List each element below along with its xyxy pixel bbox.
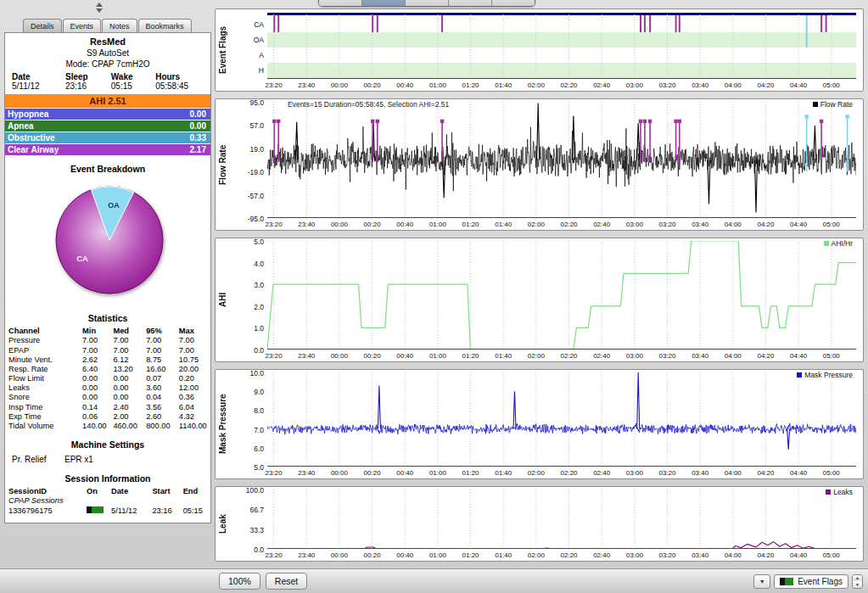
reset-button[interactable]: Reset: [266, 573, 307, 590]
y-tick-label: 19.0: [249, 145, 264, 154]
stats-cell: Snore: [5, 393, 79, 402]
stepper-up-icon[interactable]: ▲: [853, 575, 862, 582]
leak-legend: Leaks: [826, 488, 853, 496]
event-flags-plot[interactable]: 23:2023:4000:0000:2000:4001:0001:2001:40…: [267, 9, 856, 91]
graph-dropdown-button[interactable]: ▼: [753, 574, 770, 589]
event-row-label: CA: [254, 20, 264, 29]
ahi-graph[interactable]: AHI5.04.03.02.01.00.023:2023:4000:0000:2…: [215, 238, 864, 362]
toolbar-segment[interactable]: [362, 0, 406, 6]
leak-plot[interactable]: 23:2023:4000:0000:2000:4001:0001:2001:40…: [267, 487, 856, 561]
index-label: Obstructive: [8, 132, 55, 143]
statistics-title: Statistics: [5, 313, 210, 323]
y-tick-label: 100.0: [246, 486, 264, 495]
stats-row: Resp. Rate6.4013.2016.6020.00: [5, 365, 210, 374]
toolbar-segment[interactable]: [449, 0, 492, 6]
index-bar-clear-airway: Clear Airway2.17: [5, 144, 210, 155]
x-tick-label: 05:00: [823, 81, 840, 89]
x-tick-label: 02:00: [528, 551, 545, 559]
session-header: SessionID: [5, 487, 83, 495]
x-tick-label: 23:20: [266, 551, 283, 559]
session-on-swatch: [87, 506, 104, 513]
x-tick-label: 00:00: [331, 81, 348, 89]
stats-cell: Tidal Volume: [5, 422, 79, 431]
stats-cell: Flow Limit: [5, 374, 79, 383]
x-tick-label: 23:40: [298, 551, 315, 559]
mask-pressure-graph[interactable]: Mask Pressure10.09.08.07.06.05.023:2023:…: [215, 369, 864, 479]
leak-y-axis: 100.066.733.30.0: [230, 487, 267, 561]
x-tick-label: 02:40: [593, 551, 610, 559]
x-tick-label: 03:20: [658, 352, 675, 360]
y-tick-label: 7.0: [254, 426, 264, 434]
splitter-grip[interactable]: [93, 2, 105, 16]
event-row-label: A: [259, 51, 264, 59]
legend-label: Mask Pressure: [804, 371, 853, 379]
legend-label: Flow Rate: [820, 100, 853, 109]
flow-rate-y-axis: 95.057.019.0-19.0-57.0-95.0: [230, 99, 267, 230]
x-tick-label: 01:40: [495, 352, 512, 360]
toolbar-segment[interactable]: [406, 0, 449, 6]
zoom-100-button[interactable]: 100%: [219, 573, 260, 590]
x-tick-label: 04:20: [757, 352, 774, 360]
stats-cell: 7.00: [79, 346, 109, 355]
graph-selector-group: ▼ Event Flags ▲ ▼: [753, 574, 863, 589]
x-tick-label: 03:40: [692, 221, 708, 228]
x-tick-label: 00:40: [396, 352, 413, 360]
x-tick-label: 04:20: [757, 81, 774, 89]
stats-cell: 800.00: [143, 422, 176, 431]
setting-label: Pr. Relief: [12, 455, 64, 464]
graph-select-combo[interactable]: Event Flags: [774, 574, 848, 589]
legend-label: AHI/Hr: [832, 239, 854, 248]
x-tick-label: 00:20: [364, 81, 381, 89]
tab-bookmarks[interactable]: Bookmarks: [138, 19, 192, 32]
toolbar-segment[interactable]: [492, 0, 535, 6]
toolbar-segment[interactable]: [319, 0, 362, 6]
y-tick-label: -57.0: [248, 192, 264, 200]
session-header: Date: [108, 487, 148, 495]
stepper-down-icon[interactable]: ▼: [853, 581, 862, 588]
session-group-label: CPAP Sessions: [5, 495, 210, 506]
tab-events[interactable]: Events: [63, 19, 102, 32]
tab-details[interactable]: Details: [23, 19, 62, 32]
y-tick-label: 66.7: [249, 506, 264, 514]
session-header: On: [83, 487, 108, 495]
x-tick-label: 00:20: [364, 352, 381, 360]
stats-cell: 0.36: [176, 393, 210, 402]
x-tick-label: 23:40: [298, 81, 315, 89]
ahi-summary-bar: AHI 2.51: [5, 94, 210, 108]
x-tick-label: 05:00: [823, 551, 840, 559]
toolbar-segmented-control[interactable]: [318, 0, 535, 7]
stats-cell: 0.00: [109, 393, 143, 402]
x-tick-label: 01:40: [495, 81, 512, 89]
event-breakdown-pie: CAOA: [5, 177, 210, 305]
statistics-table: ChannelMinMed95%MaxPressure7.007.007.007…: [5, 327, 210, 431]
stats-cell: 0.07: [143, 374, 176, 383]
stats-header: Med: [109, 327, 143, 336]
flow-rate-plot[interactable]: 23:2023:4000:0000:2000:4001:0001:2001:40…: [267, 99, 856, 230]
x-tick-label: 04:20: [757, 551, 774, 559]
mask-pressure-plot[interactable]: 23:2023:4000:0000:2000:4001:0001:2001:40…: [267, 370, 856, 478]
x-tick-label: 03:00: [626, 352, 643, 360]
x-tick-label: 01:20: [462, 352, 479, 360]
event-flags-graph[interactable]: Event FlagsCAOAAH23:2023:4000:0000:2000:…: [215, 8, 864, 92]
flow-rate-graph[interactable]: Flow Rate95.057.019.0-19.0-57.0-95.023:2…: [215, 98, 864, 231]
sidebar-tabs: DetailsEventsNotesBookmarks: [4, 19, 211, 32]
setting-value: EPR x1: [64, 455, 93, 464]
leak-graph[interactable]: Leak100.066.733.30.023:2023:4000:0000:20…: [215, 486, 864, 562]
y-tick-label: -95.0: [248, 215, 264, 223]
stats-cell: 0.06: [79, 412, 109, 422]
stats-cell: 0.00: [79, 393, 109, 402]
x-tick-label: 01:00: [429, 81, 446, 89]
ahi-plot[interactable]: 23:2023:4000:0000:2000:4001:0001:2001:40…: [267, 238, 856, 361]
session-row[interactable]: 13367961755/11/1223:1605:15: [5, 506, 210, 516]
stats-cell: 7.00: [176, 336, 210, 345]
stats-row: Minute Vent.2.626.128.7510.75: [5, 355, 210, 365]
y-tick-label: 6.0: [254, 445, 264, 453]
x-tick-label: 02:40: [593, 352, 610, 360]
y-tick-label: 4.0: [254, 260, 264, 268]
stats-cell: 7.00: [143, 336, 176, 345]
stats-cell: Minute Vent.: [5, 355, 79, 365]
graph-stepper[interactable]: ▲ ▼: [852, 574, 863, 589]
legend-swatch: [824, 241, 829, 246]
x-tick-label: 02:00: [528, 469, 545, 477]
tab-notes[interactable]: Notes: [102, 19, 137, 32]
